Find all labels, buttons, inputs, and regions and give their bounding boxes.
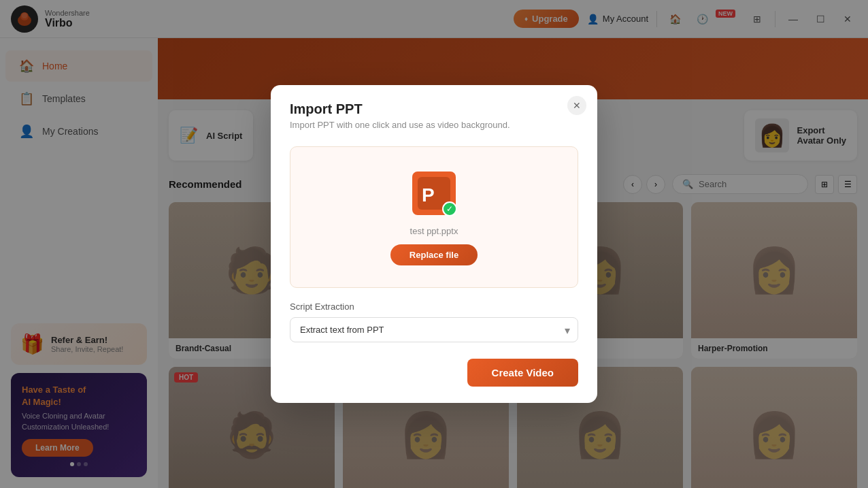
modal-title: Import PPT (290, 101, 578, 117)
ppt-icon: P ✓ (410, 169, 458, 218)
create-video-button[interactable]: Create Video (467, 359, 578, 387)
file-name: test ppt.pptx (304, 226, 564, 236)
script-extraction-label: Script Extraction (290, 302, 578, 312)
modal-footer: Create Video (271, 359, 597, 403)
import-ppt-modal: Import PPT Import PPT with one click and… (271, 85, 597, 403)
modal-overlay[interactable]: Import PPT Import PPT with one click and… (0, 0, 868, 488)
replace-file-button[interactable]: Replace file (390, 244, 478, 265)
ppt-icon-container: P ✓ (304, 169, 564, 218)
select-wrapper: Extract text from PPT Do not extract tex… (290, 317, 578, 342)
upload-area: P ✓ test ppt.pptx Replace file (290, 146, 578, 288)
svg-text:P: P (422, 184, 435, 206)
check-badge: ✓ (442, 201, 457, 216)
extraction-select[interactable]: Extract text from PPT Do not extract tex… (290, 317, 578, 342)
modal-body: P ✓ test ppt.pptx Replace file Script Ex… (271, 135, 597, 359)
modal-close-button[interactable]: ✕ (567, 96, 586, 115)
modal-header: Import PPT Import PPT with one click and… (271, 85, 597, 135)
modal-subtitle: Import PPT with one click and use as vid… (290, 120, 578, 130)
